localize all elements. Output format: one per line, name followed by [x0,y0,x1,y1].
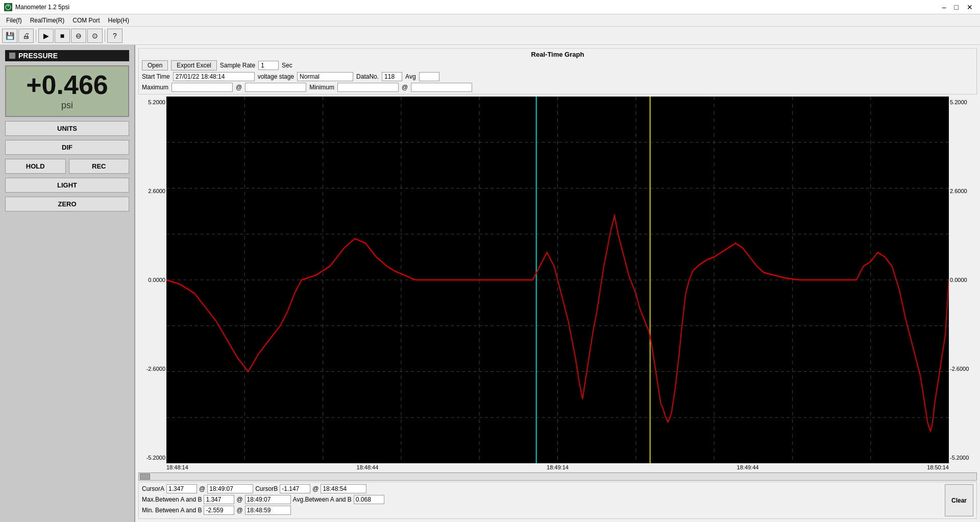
cursor-a-row: CursorA @ CursorB @ [142,484,942,493]
zero-button[interactable]: ZERO [5,197,129,211]
menu-file[interactable]: File(f) [2,16,26,25]
graph-header-row-1: Open Export Excel Sample Rate Sec [142,60,973,70]
maximum-time-input[interactable] [245,83,306,92]
min-between-row: Min. Between A and B @ [142,506,942,515]
minimum-input[interactable] [337,83,399,92]
toolbar-separator [36,30,36,42]
cursor-a-label: CursorA [142,485,164,492]
graph-wrapper: 5.2000 2.6000 0.0000 -2.6000 -5.2000 [138,97,977,463]
graph-header: Real-Time Graph Open Export Excel Sample… [138,48,977,94]
y-right-0000: 0.0000 [950,277,976,283]
max-between-value[interactable] [204,495,234,504]
avg-input[interactable] [419,72,439,81]
main-layout: PRESSURE +0.466 psi UNITS DIF HOLD REC L… [0,45,980,522]
save-button[interactable]: 💾 [2,29,17,43]
graph-container: 5.2000 2.6000 0.0000 -2.6000 -5.2000 [138,97,977,482]
help-button[interactable]: ? [107,29,122,43]
light-button[interactable]: LIGHT [5,178,129,193]
clear-button[interactable]: Clear [945,484,973,516]
title-bar: Manometer 1.2 5psi – □ ✕ [0,0,980,14]
x-label-3: 18:49:44 [737,464,759,470]
y-left-2600: 2.6000 [139,188,165,194]
maximum-input[interactable] [172,83,233,92]
cursor-a-time[interactable] [207,484,253,493]
min-between-label: Min. Between A and B [142,507,202,514]
rec-button[interactable]: REC [69,159,130,174]
voltage-stage-input[interactable] [297,72,353,81]
max-between-time[interactable] [245,495,291,504]
minimum-label: Minimum [309,84,334,91]
voltage-stage-label: voltage stage [258,73,294,80]
y-right-5200: 5.2000 [950,99,976,105]
export-button[interactable]: Export Excel [171,60,216,70]
cursor-b-label: CursorB [255,485,278,492]
menu-bar: File(f) RealTime(R) COM Port Help(H) [0,14,980,27]
max-between-label: Max.Between A and B [142,496,202,503]
min-between-time[interactable] [245,506,291,515]
menu-realtime[interactable]: RealTime(R) [26,16,69,25]
graph-header-rows: Open Export Excel Sample Rate Sec Start … [142,60,973,92]
maximum-label: Maximum [142,84,168,91]
target-button[interactable]: ⊙ [87,29,103,43]
avg-label: Avg [405,73,415,80]
maximize-button[interactable]: □ [951,2,962,12]
menu-comport[interactable]: COM Port [68,16,104,25]
play-button[interactable]: ▶ [38,29,54,43]
title-bar-controls: – □ ✕ [939,2,976,12]
y-left-5200: 5.2000 [139,99,165,105]
cursor-b-value[interactable] [280,484,310,493]
y-left-n2600: -2.6000 [139,366,165,372]
pressure-value: +0.466 [11,72,123,98]
cursor-b-time[interactable] [321,484,366,493]
maximum-at-label: @ [236,84,242,91]
sample-rate-label: Sample Rate [220,62,255,69]
title-bar-left: Manometer 1.2 5psi [4,3,69,11]
zoom-out-button[interactable]: ⊖ [71,29,86,43]
menu-help[interactable]: Help(H) [104,16,133,25]
toolbar-separator-2 [105,30,105,42]
open-button[interactable]: Open [142,60,168,70]
pressure-unit: psi [11,100,123,111]
hold-button[interactable]: HOLD [5,159,66,174]
close-button[interactable]: ✕ [964,2,976,12]
print-button[interactable]: 🖨 [18,29,34,43]
pressure-display: +0.466 psi [5,65,129,117]
x-axis: 18:48:14 18:48:44 18:49:14 18:49:44 18:5… [138,463,977,471]
scrollbar-area[interactable] [138,472,977,481]
y-axis-left: 5.2000 2.6000 0.0000 -2.6000 -5.2000 [138,97,166,463]
y-right-2600: 2.6000 [950,188,976,194]
hold-rec-row: HOLD REC [5,159,129,174]
cursor-a-value[interactable] [166,484,197,493]
right-panel: Real-Time Graph Open Export Excel Sample… [135,45,980,522]
minimum-at-label: @ [402,84,408,91]
max-between-at: @ [236,496,242,503]
minimum-time-input[interactable] [411,83,472,92]
scrollbar-thumb[interactable] [140,473,150,480]
max-between-row: Max.Between A and B @ Avg.Between A and … [142,495,942,504]
sample-rate-input[interactable] [258,61,279,70]
datano-label: DataNo. [356,73,379,80]
y-right-n5200: -5.2000 [950,455,976,461]
graph-canvas[interactable] [166,97,949,463]
cursor-info: CursorA @ CursorB @ Max.Between A and B … [138,482,977,519]
graph-title: Real-Time Graph [142,51,973,58]
x-label-1: 18:48:44 [357,464,379,470]
stop-button[interactable]: ■ [55,29,70,43]
y-left-n5200: -5.2000 [139,455,165,461]
start-time-input[interactable] [173,72,255,81]
x-label-2: 18:49:14 [547,464,569,470]
cursor-b-at: @ [312,485,318,492]
dif-button[interactable]: DIF [5,140,129,155]
min-between-value[interactable] [204,506,234,515]
app-icon [4,3,12,11]
avg-between-label: Avg.Between A and B [293,496,352,503]
x-label-4: 18:50:14 [927,464,949,470]
datano-input[interactable] [382,72,402,81]
avg-between-value[interactable] [354,495,384,504]
sec-label: Sec [282,62,292,69]
pressure-label: PRESSURE [5,50,129,61]
minimize-button[interactable]: – [939,2,949,12]
graph-header-row-3: Maximum @ Minimum @ [142,83,973,92]
units-button[interactable]: UNITS [5,121,129,136]
pressure-title: PRESSURE [18,52,58,60]
